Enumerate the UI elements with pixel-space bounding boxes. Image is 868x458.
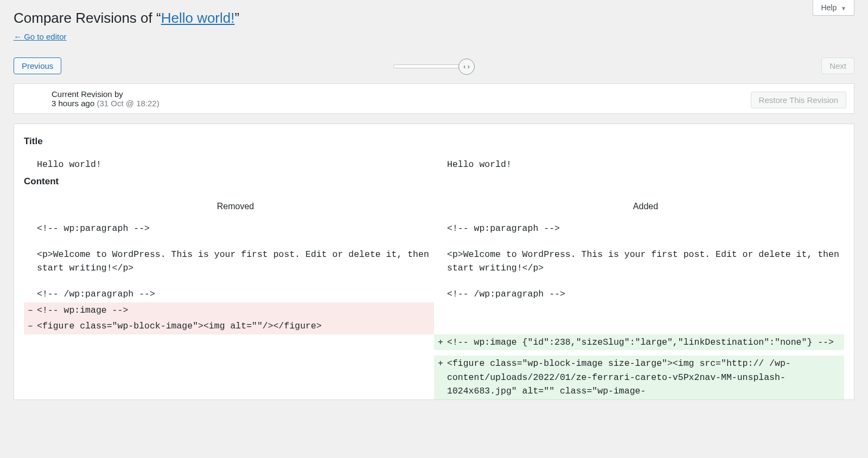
diff-title-heading: Title	[24, 136, 844, 147]
slider-handle-icon: ‹ ›	[463, 63, 469, 70]
removed-column-header: Removed	[37, 197, 434, 221]
revision-author-line: Current Revision by	[52, 89, 846, 99]
next-button: Next	[821, 57, 854, 74]
diff-minus-icon: –	[24, 302, 37, 319]
revision-meta-bar: Current Revision by 3 hours ago (31 Oct …	[14, 83, 854, 114]
slider-track[interactable]	[393, 64, 463, 68]
revision-slider[interactable]: ‹ ›	[393, 59, 475, 75]
diff-line-left: <!-- /wp:paragraph -->	[37, 286, 434, 302]
diff-line-right: <!-- wp:paragraph -->	[447, 221, 844, 237]
post-title-link[interactable]: Hello world!	[161, 10, 235, 26]
diff-line-left	[37, 334, 434, 351]
diff-content-heading: Content	[24, 176, 844, 187]
slider-handle[interactable]: ‹ ›	[458, 59, 475, 75]
page-title: Compare Revisions of “Hello world!”	[14, 0, 854, 27]
diff-line-left: <!-- wp:image -->	[37, 302, 434, 319]
diff-line-left: <!-- wp:paragraph -->	[37, 221, 434, 237]
go-to-editor-link[interactable]: ← Go to editor	[14, 32, 67, 41]
diff-line-left: <figure class="wp-block-image"><img alt=…	[37, 318, 434, 334]
revision-nav: Previous ‹ › Next	[14, 57, 854, 78]
diff-line-left	[37, 356, 434, 399]
title-right: Hello world!	[447, 157, 844, 173]
restore-revision-button: Restore This Revision	[751, 92, 846, 108]
title-left: Hello world!	[37, 157, 434, 173]
previous-button[interactable]: Previous	[14, 57, 61, 74]
help-tab[interactable]: Help ▼	[813, 0, 854, 16]
diff-line-right	[447, 318, 844, 334]
help-label: Help	[821, 3, 837, 12]
diff-panel: Title Hello world! Hello world! Content …	[14, 124, 854, 400]
diff-title-table: Hello world! Hello world!	[24, 157, 844, 173]
added-column-header: Added	[447, 197, 844, 221]
revision-time-line: 3 hours ago (31 Oct @ 18:22)	[52, 99, 846, 108]
chevron-down-icon: ▼	[841, 5, 846, 11]
diff-line-left: <p>Welcome to WordPress. This is your fi…	[37, 247, 434, 276]
diff-line-right: <p>Welcome to WordPress. This is your fi…	[447, 247, 844, 276]
diff-line-right: <!-- /wp:paragraph -->	[447, 286, 844, 302]
diff-minus-icon: –	[24, 318, 37, 334]
diff-plus-icon: +	[434, 356, 447, 399]
diff-line-right	[447, 302, 844, 319]
diff-content-table: Removed Added <!-- wp:paragraph --><!-- …	[24, 197, 844, 399]
diff-plus-icon: +	[434, 334, 447, 351]
diff-line-right: <figure class="wp-block-image size-large…	[447, 356, 844, 399]
diff-line-right: <!-- wp:image {"id":238,"sizeSlug":"larg…	[447, 334, 844, 351]
